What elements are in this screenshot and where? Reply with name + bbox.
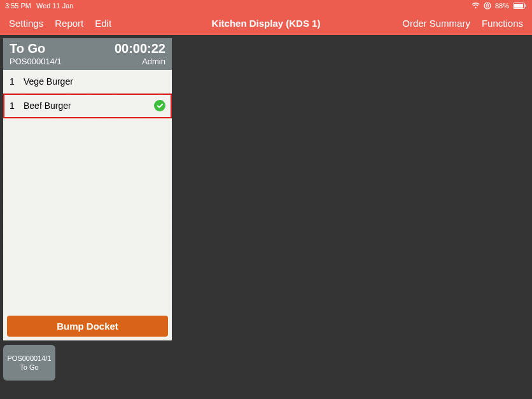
order-card[interactable]: To Go 00:00:22 POS000014/1 Admin 1 Vege … [3,38,172,340]
battery-percent: 88% [495,2,509,10]
edit-button[interactable]: Edit [95,18,111,29]
svg-rect-2 [514,4,523,8]
bump-docket-button[interactable]: Bump Docket [7,316,168,337]
order-thumbnail-id: POS000014/1 [7,354,51,363]
order-card-header: To Go 00:00:22 POS000014/1 Admin [3,38,172,70]
check-icon [154,100,165,111]
order-type: To Go [10,41,45,56]
status-bar: 3:55 PM Wed 11 Jan 88% [0,0,532,11]
functions-button[interactable]: Functions [482,18,523,29]
order-id: POS000014/1 [10,57,62,66]
order-thumbnail-type: To Go [20,363,38,372]
order-thumbnail-tab[interactable]: POS000014/1 To Go [3,345,55,381]
wifi-icon [472,3,480,9]
status-date: Wed 11 Jan [36,2,74,10]
battery-icon [513,3,527,9]
order-user: Admin [142,57,165,66]
svg-rect-3 [526,4,527,7]
settings-button[interactable]: Settings [9,18,43,29]
item-name: Beef Burger [24,101,154,111]
order-items-list: 1 Vege Burger 1 Beef Burger [3,70,172,316]
nav-bar: Settings Report Edit Kitchen Display (KD… [0,11,532,35]
report-button[interactable]: Report [55,18,83,29]
content-area: To Go 00:00:22 POS000014/1 Admin 1 Vege … [0,35,532,399]
order-timer: 00:00:22 [115,41,165,56]
order-item-row[interactable]: 1 Beef Burger [3,94,172,118]
item-qty: 1 [10,76,24,87]
item-qty: 1 [10,101,24,111]
order-item-row[interactable]: 1 Vege Burger [3,70,172,94]
order-summary-button[interactable]: Order Summary [402,18,470,29]
status-time: 3:55 PM [5,2,31,10]
item-name: Vege Burger [24,76,165,87]
orientation-lock-icon [484,2,491,10]
